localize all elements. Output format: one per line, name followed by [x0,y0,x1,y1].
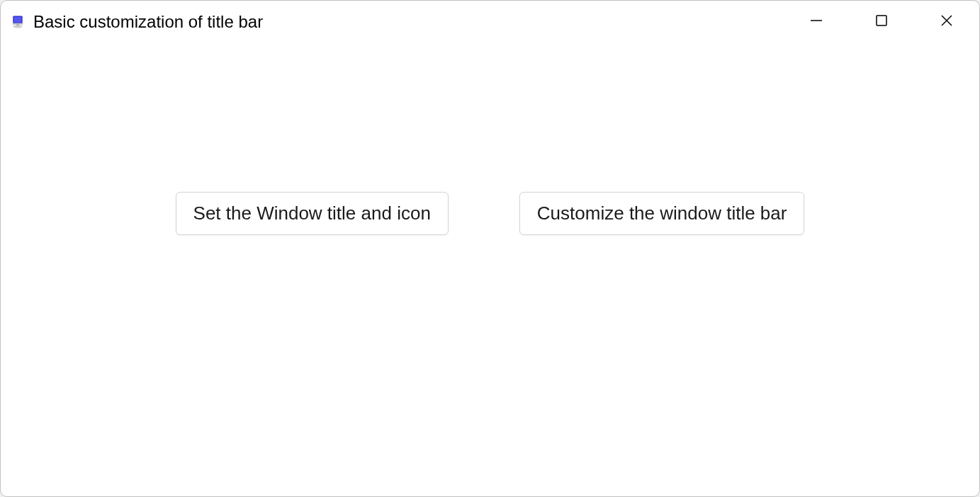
content-area: Set the Window title and icon Customize … [1,43,979,496]
title-bar: Basic customization of title bar [1,1,979,43]
customize-title-bar-button[interactable]: Customize the window title bar [519,192,805,235]
minimize-icon [809,13,823,30]
window-title: Basic customization of title bar [33,12,263,32]
minimize-button[interactable] [784,1,849,42]
app-icon [9,13,26,30]
maximize-icon [874,13,889,30]
application-window: Basic customization of title bar [0,0,980,497]
close-button[interactable] [914,1,979,42]
svg-rect-4 [16,24,19,26]
title-bar-left: Basic customization of title bar [9,12,263,32]
set-title-icon-button[interactable]: Set the Window title and icon [176,192,449,235]
window-controls [784,1,979,43]
close-icon [940,13,954,30]
svg-rect-1 [14,17,21,22]
svg-rect-6 [877,16,886,25]
maximize-button[interactable] [849,1,914,42]
